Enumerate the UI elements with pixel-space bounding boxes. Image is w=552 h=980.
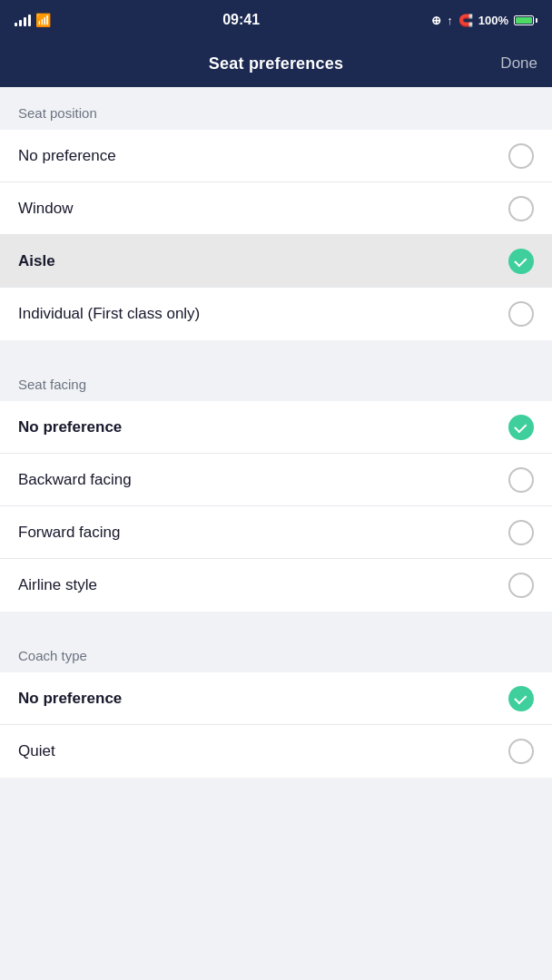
list-item-backward[interactable]: Backward facing [0, 454, 552, 506]
radio-quiet[interactable] [508, 739, 534, 764]
page-header: Seat preferences Done [0, 40, 552, 87]
radio-individual[interactable] [508, 301, 534, 327]
radio-aisle[interactable] [508, 249, 534, 274]
section-header-coach-type: Coach type [0, 630, 552, 672]
section-header-seat-position: Seat position [0, 87, 552, 130]
status-bar: 📶 09:41 ⊕ ↑ 🧲 100% [0, 0, 552, 40]
arrow-icon: ↑ [447, 14, 453, 27]
content: Seat position No preference Window Aisle… [0, 87, 552, 796]
location-icon: ⊕ [431, 14, 441, 27]
list-item-aisle[interactable]: Aisle [0, 235, 552, 288]
list-item-individual[interactable]: Individual (First class only) [0, 288, 552, 340]
done-button[interactable]: Done [500, 54, 537, 73]
radio-airline[interactable] [508, 573, 534, 598]
list-item-no-pref-facing[interactable]: No preference [0, 401, 552, 454]
battery-percent: 100% [478, 14, 508, 27]
bluetooth-icon: 🧲 [458, 14, 473, 27]
list-item-forward[interactable]: Forward facing [0, 506, 552, 559]
seat-facing-list: No preference Backward facing Forward fa… [0, 401, 552, 612]
list-item-no-pref-position[interactable]: No preference [0, 130, 552, 182]
page-title: Seat preferences [209, 54, 343, 74]
status-right: ⊕ ↑ 🧲 100% [431, 14, 537, 27]
coach-type-list: No preference Quiet [0, 672, 552, 778]
signal-icon [15, 15, 31, 26]
radio-backward[interactable] [508, 467, 534, 493]
section-header-seat-facing: Seat facing [0, 358, 552, 401]
wifi-icon: 📶 [35, 13, 51, 27]
seat-position-list: No preference Window Aisle Individual (F… [0, 130, 552, 340]
radio-window[interactable] [508, 196, 534, 221]
list-item-airline[interactable]: Airline style [0, 559, 552, 612]
battery-icon [514, 15, 537, 25]
radio-no-pref-coach[interactable] [508, 686, 534, 711]
radio-no-pref-facing[interactable] [508, 415, 534, 440]
status-left: 📶 [15, 13, 51, 27]
list-item-quiet[interactable]: Quiet [0, 725, 552, 778]
list-item-window[interactable]: Window [0, 182, 552, 235]
status-time: 09:41 [222, 12, 260, 28]
radio-forward[interactable] [508, 520, 534, 545]
list-item-no-pref-coach[interactable]: No preference [0, 672, 552, 725]
radio-no-pref-position[interactable] [508, 143, 534, 169]
